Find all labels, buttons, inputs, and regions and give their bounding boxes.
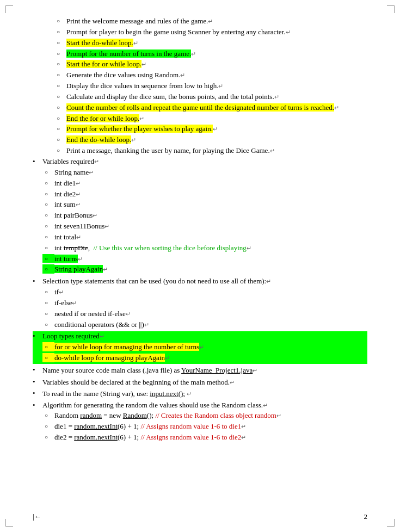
circle-bullet: ○: [42, 264, 54, 274]
list-item: ○ for or while loop for managing the num…: [42, 342, 367, 352]
read-name-text: To read in the name (String var), use: i…: [42, 388, 367, 399]
item-text: int die2↵: [54, 189, 367, 200]
list-item: ○ int turns↵: [42, 254, 367, 264]
item-text: String name↵: [54, 168, 367, 178]
circle-bullet: ○: [42, 320, 54, 329]
item-text: Print a message, thanking the user by na…: [66, 146, 367, 156]
list-item: ○ nested if or nested if-else↵: [42, 309, 367, 319]
list-item: ○ String playAgain↵: [42, 264, 367, 275]
page-number: 2: [364, 512, 368, 521]
page-number-left: |←: [33, 512, 41, 521]
bullet-dot: •: [33, 388, 42, 398]
section-heading: Loop types required↵: [42, 331, 367, 342]
circle-bullet: ○: [42, 200, 54, 209]
item-text: String playAgain↵: [54, 264, 367, 275]
variables-list: ○ String name↵ ○ int die1↵ ○ int die2↵: [42, 168, 367, 275]
circle-bullet: ○: [42, 298, 54, 307]
circle-bullet: ○: [42, 189, 54, 199]
item-text: Display the dice values in sequence from…: [66, 81, 367, 91]
bullet-dot: •: [33, 157, 42, 166]
bullet-dot: •: [33, 331, 42, 341]
circle-bullet: ○: [54, 27, 66, 36]
list-item: ○ int seven11Bonus↵: [42, 221, 367, 232]
circle-bullet: ○: [42, 432, 54, 442]
item-text: conditional operators (&& or ||)↵: [54, 320, 367, 330]
list-item: ○ Generate the dice values using Random.…: [54, 70, 367, 81]
circle-bullet: ○: [42, 287, 54, 296]
circle-bullet: ○: [54, 135, 66, 144]
list-item: ○ int die1↵: [42, 178, 367, 189]
list-item-selection: • Selection type statements that can be …: [33, 276, 367, 330]
list-item: ○ die1 = random.nextInt(6) + 1; // Assig…: [42, 422, 367, 432]
item-text: int seven11Bonus↵: [54, 221, 367, 232]
corner-tl: [5, 5, 13, 13]
item-text: End the for or while loop.↵: [66, 114, 367, 124]
page: ○ Print the welcome message and rules of…: [0, 0, 400, 532]
list-item: ○ int pairBonus↵: [42, 211, 367, 221]
list-item: ○ String name↵: [42, 168, 367, 178]
item-text: int pairBonus↵: [54, 211, 367, 221]
item-text: Calculate and display the dice sum, the …: [66, 92, 367, 102]
list-item: ○ Display the dice values in sequence fr…: [54, 81, 367, 91]
circle-bullet: ○: [54, 124, 66, 133]
bullet-dot: •: [33, 377, 42, 386]
item-text: if↵: [54, 287, 367, 298]
list-item: ○ Prompt for the number of turns in the …: [54, 49, 367, 59]
list-item: ○ int total↵: [42, 232, 367, 243]
corner-br: [387, 519, 395, 527]
circle-bullet: ○: [54, 38, 66, 47]
list-item: ○ Prompt for whether the player wishes t…: [54, 124, 367, 134]
section-heading: Selection type statements that can be us…: [42, 276, 367, 287]
bullet-dot: •: [33, 276, 42, 286]
list-item: ○ Prompt for player to begin the game us…: [54, 27, 367, 38]
list-item-vars-declared: • Variables should be declared at the be…: [33, 377, 367, 388]
list-item: ○ Print the welcome message and rules of…: [54, 16, 367, 27]
list-item: ○ Random random = new Random(); // Creat…: [42, 411, 367, 421]
variables-section: Variables required↵ ○ String name↵ ○ int…: [42, 157, 367, 275]
selection-section: Selection type statements that can be us…: [42, 276, 367, 330]
circle-bullet: ○: [42, 353, 54, 362]
item-text: Count the number of rolls and repeat the…: [66, 103, 367, 113]
list-item: ○ do-while loop for managing playAgain↵: [42, 353, 367, 363]
item-text: do-while loop for managing playAgain↵: [54, 353, 367, 363]
circle-bullet: ○: [54, 59, 66, 69]
list-item: ○ if-else↵: [42, 298, 367, 308]
circle-bullet: ○: [54, 114, 66, 123]
bullet-dot: •: [33, 400, 42, 410]
circle-bullet: ○: [42, 411, 54, 420]
bullet-dot: •: [33, 365, 42, 374]
list-item: ○ Print a message, thanking the user by …: [54, 146, 367, 156]
list-item: ○ Count the number of rolls and repeat t…: [54, 103, 367, 113]
item-text: Start the do-while loop.↵: [66, 38, 367, 48]
opening-list: ○ Print the welcome message and rules of…: [54, 16, 367, 156]
list-item: ○ End the for or while loop.↵: [54, 114, 367, 124]
item-text: End the do-while loop.↵: [66, 135, 367, 145]
loops-list: ○ for or while loop for managing the num…: [42, 342, 367, 363]
list-item: ○ int die2↵: [42, 189, 367, 200]
item-text: int turns↵: [54, 254, 367, 264]
item-text: int total↵: [54, 232, 367, 243]
circle-bullet: ○: [42, 211, 54, 220]
list-item: ○ Start the for or while loop.↵: [54, 59, 367, 70]
algorithm-section: Algorithm for generating the random die …: [42, 400, 367, 443]
circle-bullet: ○: [54, 146, 66, 155]
item-text: for or while loop for managing the numbe…: [54, 342, 367, 352]
item-text: Generate the dice values using Random.↵: [66, 70, 367, 81]
circle-bullet: ○: [54, 81, 66, 90]
corner-bl: [5, 519, 13, 527]
list-item: ○ die2 = random.nextInt(6) + 1; // Assig…: [42, 432, 367, 443]
list-item: ○ int tempDie, // Use this var when sort…: [42, 243, 367, 253]
list-item: ○ conditional operators (&& or ||)↵: [42, 320, 367, 330]
circle-bullet: ○: [54, 70, 66, 79]
item-text: int sum↵: [54, 200, 367, 210]
name-class-text: Name your source code main class (.java …: [42, 365, 367, 376]
circle-bullet: ○: [54, 103, 66, 112]
circle-bullet: ○: [54, 92, 66, 101]
item-text: die2 = random.nextInt(6) + 1; // Assigns…: [54, 432, 367, 443]
corner-tr: [387, 5, 395, 13]
list-item-loops: • Loop types required↵ ○ for or while lo…: [33, 331, 367, 364]
list-item-algorithm: • Algorithm for generating the random di…: [33, 400, 367, 443]
item-text: nested if or nested if-else↵: [54, 309, 367, 319]
circle-bullet: ○: [42, 232, 54, 242]
circle-bullet: ○: [42, 342, 54, 351]
